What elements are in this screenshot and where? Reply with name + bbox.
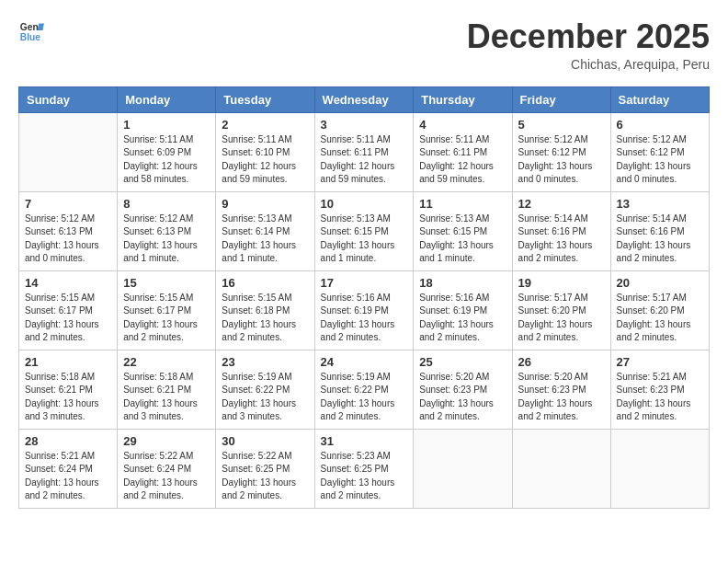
calendar-cell	[414, 429, 512, 508]
calendar-header-thursday: Thursday	[414, 86, 512, 112]
day-number: 11	[419, 197, 506, 211]
day-number: 8	[123, 197, 210, 211]
calendar-cell: 14Sunrise: 5:15 AM Sunset: 6:17 PM Dayli…	[19, 270, 118, 350]
day-number: 15	[123, 276, 210, 290]
day-number: 30	[222, 434, 308, 448]
day-number: 5	[518, 118, 605, 132]
day-number: 25	[419, 355, 506, 369]
calendar-header-tuesday: Tuesday	[216, 86, 314, 112]
day-info: Sunrise: 5:20 AM Sunset: 6:23 PM Dayligh…	[419, 371, 506, 424]
calendar-cell: 6Sunrise: 5:12 AM Sunset: 6:12 PM Daylig…	[610, 112, 709, 191]
day-info: Sunrise: 5:17 AM Sunset: 6:20 PM Dayligh…	[518, 292, 605, 345]
calendar-cell: 19Sunrise: 5:17 AM Sunset: 6:20 PM Dayli…	[512, 270, 610, 350]
day-info: Sunrise: 5:13 AM Sunset: 6:15 PM Dayligh…	[321, 213, 408, 266]
calendar-cell: 15Sunrise: 5:15 AM Sunset: 6:17 PM Dayli…	[118, 270, 216, 350]
day-info: Sunrise: 5:12 AM Sunset: 6:12 PM Dayligh…	[518, 133, 605, 187]
day-number: 10	[321, 197, 408, 211]
calendar-cell: 7Sunrise: 5:12 AM Sunset: 6:13 PM Daylig…	[19, 191, 118, 270]
title-area: December 2025 Chichas, Arequipa, Peru	[467, 18, 710, 72]
day-number: 31	[321, 434, 408, 448]
day-info: Sunrise: 5:11 AM Sunset: 6:11 PM Dayligh…	[419, 133, 506, 187]
day-info: Sunrise: 5:16 AM Sunset: 6:19 PM Dayligh…	[419, 292, 506, 345]
calendar-cell: 9Sunrise: 5:13 AM Sunset: 6:14 PM Daylig…	[216, 191, 314, 270]
calendar-cell: 3Sunrise: 5:11 AM Sunset: 6:11 PM Daylig…	[314, 112, 414, 191]
calendar-header-wednesday: Wednesday	[314, 86, 414, 112]
location-subtitle: Chichas, Arequipa, Peru	[467, 57, 710, 72]
day-info: Sunrise: 5:11 AM Sunset: 6:11 PM Dayligh…	[321, 133, 408, 187]
logo: General Blue	[18, 18, 44, 44]
day-info: Sunrise: 5:23 AM Sunset: 6:25 PM Dayligh…	[321, 450, 408, 503]
calendar-cell	[19, 112, 118, 191]
calendar-cell: 22Sunrise: 5:18 AM Sunset: 6:21 PM Dayli…	[118, 350, 216, 429]
calendar-cell: 30Sunrise: 5:22 AM Sunset: 6:25 PM Dayli…	[216, 429, 314, 508]
day-info: Sunrise: 5:11 AM Sunset: 6:10 PM Dayligh…	[222, 133, 308, 187]
calendar-cell: 11Sunrise: 5:13 AM Sunset: 6:15 PM Dayli…	[414, 191, 512, 270]
calendar-cell: 27Sunrise: 5:21 AM Sunset: 6:23 PM Dayli…	[610, 350, 709, 429]
calendar-cell: 17Sunrise: 5:16 AM Sunset: 6:19 PM Dayli…	[314, 270, 414, 350]
svg-text:Blue: Blue	[20, 32, 41, 42]
month-title: December 2025	[467, 18, 710, 55]
calendar-cell: 8Sunrise: 5:12 AM Sunset: 6:13 PM Daylig…	[118, 191, 216, 270]
day-info: Sunrise: 5:21 AM Sunset: 6:24 PM Dayligh…	[25, 450, 111, 503]
day-info: Sunrise: 5:12 AM Sunset: 6:13 PM Dayligh…	[25, 213, 111, 266]
calendar-cell: 24Sunrise: 5:19 AM Sunset: 6:22 PM Dayli…	[314, 350, 414, 429]
day-number: 2	[222, 118, 308, 132]
day-number: 21	[25, 355, 111, 369]
day-number: 9	[222, 197, 308, 211]
calendar-header-row: SundayMondayTuesdayWednesdayThursdayFrid…	[19, 86, 710, 112]
calendar-cell: 20Sunrise: 5:17 AM Sunset: 6:20 PM Dayli…	[610, 270, 709, 350]
day-info: Sunrise: 5:14 AM Sunset: 6:16 PM Dayligh…	[617, 213, 703, 266]
calendar-cell: 23Sunrise: 5:19 AM Sunset: 6:22 PM Dayli…	[216, 350, 314, 429]
day-number: 1	[123, 118, 210, 132]
day-number: 23	[222, 355, 308, 369]
day-info: Sunrise: 5:21 AM Sunset: 6:23 PM Dayligh…	[617, 371, 703, 424]
calendar-week-row: 14Sunrise: 5:15 AM Sunset: 6:17 PM Dayli…	[19, 270, 710, 350]
day-number: 24	[321, 355, 408, 369]
day-number: 18	[419, 276, 506, 290]
calendar-cell: 5Sunrise: 5:12 AM Sunset: 6:12 PM Daylig…	[512, 112, 610, 191]
calendar-header-saturday: Saturday	[610, 86, 709, 112]
calendar-cell: 25Sunrise: 5:20 AM Sunset: 6:23 PM Dayli…	[414, 350, 512, 429]
day-number: 6	[617, 118, 703, 132]
day-info: Sunrise: 5:22 AM Sunset: 6:24 PM Dayligh…	[123, 450, 210, 503]
calendar-cell: 12Sunrise: 5:14 AM Sunset: 6:16 PM Dayli…	[512, 191, 610, 270]
day-info: Sunrise: 5:19 AM Sunset: 6:22 PM Dayligh…	[222, 371, 308, 424]
calendar-table: SundayMondayTuesdayWednesdayThursdayFrid…	[18, 86, 710, 509]
calendar-week-row: 1Sunrise: 5:11 AM Sunset: 6:09 PM Daylig…	[19, 112, 710, 191]
day-number: 16	[222, 276, 308, 290]
day-info: Sunrise: 5:12 AM Sunset: 6:12 PM Dayligh…	[617, 133, 703, 187]
calendar-cell: 28Sunrise: 5:21 AM Sunset: 6:24 PM Dayli…	[19, 429, 118, 508]
day-number: 7	[25, 197, 111, 211]
generalblue-logo-icon: General Blue	[18, 18, 44, 44]
header: General Blue December 2025 Chichas, Areq…	[18, 18, 710, 72]
day-info: Sunrise: 5:12 AM Sunset: 6:13 PM Dayligh…	[123, 213, 210, 266]
calendar-cell: 29Sunrise: 5:22 AM Sunset: 6:24 PM Dayli…	[118, 429, 216, 508]
calendar-cell: 1Sunrise: 5:11 AM Sunset: 6:09 PM Daylig…	[118, 112, 216, 191]
day-info: Sunrise: 5:17 AM Sunset: 6:20 PM Dayligh…	[617, 292, 703, 345]
day-info: Sunrise: 5:13 AM Sunset: 6:14 PM Dayligh…	[222, 213, 308, 266]
calendar-cell: 16Sunrise: 5:15 AM Sunset: 6:18 PM Dayli…	[216, 270, 314, 350]
calendar-cell	[512, 429, 610, 508]
calendar-header-monday: Monday	[118, 86, 216, 112]
day-number: 19	[518, 276, 605, 290]
calendar-week-row: 7Sunrise: 5:12 AM Sunset: 6:13 PM Daylig…	[19, 191, 710, 270]
day-info: Sunrise: 5:16 AM Sunset: 6:19 PM Dayligh…	[321, 292, 408, 345]
day-number: 12	[518, 197, 605, 211]
day-info: Sunrise: 5:15 AM Sunset: 6:17 PM Dayligh…	[123, 292, 210, 345]
day-number: 3	[321, 118, 408, 132]
calendar-header-friday: Friday	[512, 86, 610, 112]
day-info: Sunrise: 5:18 AM Sunset: 6:21 PM Dayligh…	[25, 371, 111, 424]
calendar-cell: 13Sunrise: 5:14 AM Sunset: 6:16 PM Dayli…	[610, 191, 709, 270]
day-info: Sunrise: 5:22 AM Sunset: 6:25 PM Dayligh…	[222, 450, 308, 503]
calendar-cell: 18Sunrise: 5:16 AM Sunset: 6:19 PM Dayli…	[414, 270, 512, 350]
calendar-header-sunday: Sunday	[19, 86, 118, 112]
day-number: 29	[123, 434, 210, 448]
calendar-cell: 21Sunrise: 5:18 AM Sunset: 6:21 PM Dayli…	[19, 350, 118, 429]
calendar-cell: 10Sunrise: 5:13 AM Sunset: 6:15 PM Dayli…	[314, 191, 414, 270]
calendar-cell: 2Sunrise: 5:11 AM Sunset: 6:10 PM Daylig…	[216, 112, 314, 191]
day-number: 14	[25, 276, 111, 290]
calendar-cell	[610, 429, 709, 508]
day-info: Sunrise: 5:15 AM Sunset: 6:17 PM Dayligh…	[25, 292, 111, 345]
day-number: 20	[617, 276, 703, 290]
day-number: 22	[123, 355, 210, 369]
